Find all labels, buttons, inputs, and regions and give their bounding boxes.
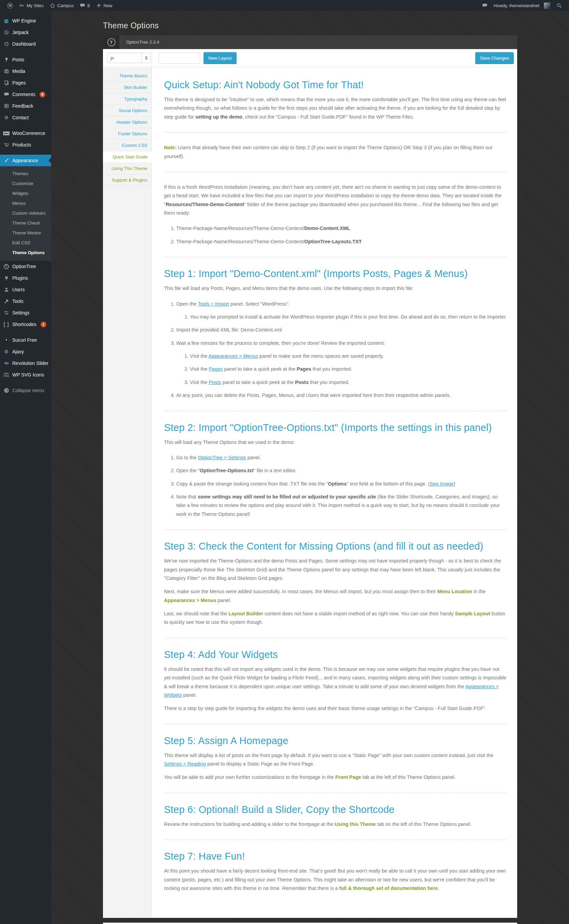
new-layout-button[interactable]: New Layout bbox=[204, 52, 237, 64]
sidebar-item-label: WooCommerce bbox=[12, 130, 45, 136]
tab-footer-options[interactable]: Footer Options bbox=[103, 128, 151, 140]
menu-separator bbox=[0, 330, 51, 334]
tab-quick-start-guide[interactable]: Quick Start Guide bbox=[103, 151, 152, 163]
sidebar-sub-theme-mentor[interactable]: Theme Mentor bbox=[0, 228, 51, 238]
text-segment: full & thorough set of documentation her… bbox=[339, 886, 438, 891]
inline-link[interactable]: Appearances > Menus bbox=[208, 353, 259, 359]
tab-support-plugins[interactable]: Support & Plugins bbox=[103, 174, 151, 186]
inline-link[interactable]: Settings > Reading bbox=[164, 761, 206, 766]
text-segment: panel. bbox=[246, 455, 261, 460]
adminbar-comments[interactable]: 8 bbox=[77, 0, 93, 11]
text-segment: panel. bbox=[216, 598, 231, 603]
wordpress-logo-icon: W bbox=[7, 3, 13, 9]
comments-count-badge: 8 bbox=[40, 92, 45, 97]
sidebar-item-label: OptionTree bbox=[12, 264, 36, 269]
sidebar-sub-theme-check[interactable]: Theme Check bbox=[0, 218, 51, 228]
panel-bottom-bar: Reset Options Save Changes bbox=[103, 922, 517, 924]
comment-bubble-icon bbox=[482, 3, 487, 8]
tab-using-this-theme[interactable]: Using This Theme bbox=[103, 163, 151, 174]
adminbar-new[interactable]: New bbox=[93, 0, 116, 11]
text-segment: in the bbox=[472, 589, 486, 594]
text-segment: panel to take a quick peek at the bbox=[221, 379, 295, 385]
adminbar-wordpress-menu[interactable]: W bbox=[4, 0, 16, 11]
sidebar-item-contact[interactable]: ⚙ Contact bbox=[0, 112, 51, 123]
sidebar-sub-widgets[interactable]: Widgets bbox=[0, 188, 51, 198]
text-segment: panel to take a quick peek at the bbox=[223, 366, 297, 372]
note-paragraph: Note: Users that already have their own … bbox=[164, 143, 507, 161]
step2-paragraph: This will load any Theme Options that we… bbox=[164, 438, 507, 447]
sidebar-item-wp-svg-icons[interactable]: SVGFREE WP SVG Icons bbox=[0, 369, 51, 381]
sidebar-item-dashboard[interactable]: Dashboard bbox=[0, 38, 51, 50]
sidebar-item-tools[interactable]: Tools bbox=[0, 295, 51, 307]
inline-link[interactable]: Tools > Import bbox=[198, 301, 229, 306]
site-name-label: Campus bbox=[57, 3, 74, 8]
tab-skin-builder[interactable]: Skin Builder bbox=[103, 82, 151, 93]
optiontree-logo-icon: T bbox=[107, 38, 116, 46]
sidebar-item-woocommerce[interactable]: Woo WooCommerce bbox=[0, 127, 51, 139]
admin-sidebar: ▦ WP Engine Jetpack Dashboard Posts Medi… bbox=[0, 11, 51, 924]
tab-typography[interactable]: Typography bbox=[103, 93, 151, 105]
sidebar-item-media[interactable]: Media bbox=[0, 65, 51, 77]
list-item: Open the "OptionTree-Options.txt" file i… bbox=[176, 466, 507, 475]
text-segment: You may be prompted to install & activat… bbox=[190, 314, 507, 320]
step6-paragraph: Review the instructions for building and… bbox=[164, 820, 507, 828]
list-item: Copy & paste the strange looking content… bbox=[176, 480, 507, 488]
inline-link[interactable]: See Image bbox=[429, 481, 453, 487]
adminbar-site-name[interactable]: Campus bbox=[47, 0, 77, 11]
text-segment: Users that already have their own conten… bbox=[164, 145, 492, 159]
section-heading-step3: Step 3: Check the Content for Missing Op… bbox=[164, 541, 507, 552]
sidebar-item-posts[interactable]: Posts bbox=[0, 54, 51, 65]
adminbar-account[interactable]: Howdy, themeislandnet bbox=[491, 0, 553, 11]
sidebar-item-optiontree[interactable]: T OptionTree bbox=[0, 261, 51, 272]
layout-select[interactable]: jn bbox=[107, 53, 151, 63]
sidebar-item-sucuri[interactable]: S Sucuri Free bbox=[0, 334, 51, 346]
collapse-menu-label: Collapse menu bbox=[12, 388, 44, 393]
inline-link[interactable]: Posts bbox=[208, 379, 221, 385]
sidebar-item-products[interactable]: Products bbox=[0, 139, 51, 150]
inline-link[interactable]: Pages bbox=[208, 366, 223, 372]
sidebar-item-label: Media bbox=[12, 68, 25, 74]
new-layout-input[interactable] bbox=[158, 53, 200, 64]
sidebar-item-revolution-slider[interactable]: Revolution Slider bbox=[0, 357, 51, 369]
list-item: Open the Tools > Import panel. Select "W… bbox=[176, 300, 507, 322]
main-area: Theme Options T OptionTree 2.3.4 jn New … bbox=[51, 11, 569, 924]
sidebar-item-plugins[interactable]: Plugins bbox=[0, 272, 51, 284]
adminbar-search[interactable] bbox=[553, 0, 565, 11]
section-divider bbox=[164, 638, 507, 638]
sidebar-item-appearance[interactable]: Appearance bbox=[0, 155, 51, 166]
sidebar-item-comments[interactable]: Comments 8 bbox=[0, 89, 51, 100]
text-segment: tab at the left of this Theme Options pa… bbox=[361, 774, 455, 780]
inline-link[interactable]: OptionTree > Settings bbox=[198, 455, 246, 460]
wp-engine-icon: ▦ bbox=[3, 18, 9, 24]
sidebar-sub-themes[interactable]: Themes bbox=[0, 168, 51, 179]
text-segment: that you imported. bbox=[309, 379, 350, 385]
form-icon bbox=[3, 103, 9, 109]
sidebar-item-wp-engine[interactable]: ▦ WP Engine bbox=[0, 15, 51, 27]
sidebar-sub-customize[interactable]: Customize bbox=[0, 179, 51, 188]
collapse-menu-button[interactable]: Collapse menu bbox=[0, 385, 51, 396]
sidebar-item-shortcodes[interactable]: [ ] Shortcodes 1 bbox=[0, 319, 51, 330]
tab-social-options[interactable]: Social Options bbox=[103, 105, 151, 117]
save-changes-button-top[interactable]: Save Changes bbox=[475, 52, 514, 64]
sidebar-item-settings[interactable]: Settings bbox=[0, 307, 51, 319]
brush-icon bbox=[3, 158, 9, 164]
sidebar-sub-theme-options[interactable]: Theme Options bbox=[0, 248, 51, 258]
sidebar-sub-edit-css[interactable]: Edit CSS bbox=[0, 238, 51, 248]
sidebar-item-feedback[interactable]: Feedback bbox=[0, 100, 51, 112]
text-segment: . bbox=[438, 886, 439, 891]
sidebar-item-users[interactable]: Users bbox=[0, 284, 51, 295]
sidebar-item-jetpack[interactable]: Jetpack bbox=[0, 27, 51, 38]
tab-header-options[interactable]: Header Options bbox=[103, 117, 151, 128]
sidebar-sub-custom-sidebars[interactable]: Custom sidebars bbox=[0, 208, 51, 218]
step1-paragraph: This file will load any Posts, Pages, an… bbox=[164, 284, 507, 293]
tab-custom-css[interactable]: Custom CSS bbox=[103, 140, 151, 151]
sidebar-item-pages[interactable]: Pages bbox=[0, 77, 51, 89]
text-segment: Options bbox=[328, 481, 347, 487]
adminbar-my-sites[interactable]: My Sites bbox=[16, 0, 47, 11]
text-segment: There is a step by step guide for import… bbox=[164, 706, 487, 711]
text-segment: that you imported. bbox=[311, 366, 352, 372]
adminbar-notification[interactable] bbox=[479, 0, 491, 11]
tab-theme-basics[interactable]: Theme Basics bbox=[103, 70, 151, 82]
sidebar-sub-menus[interactable]: Menus bbox=[0, 198, 51, 208]
sidebar-item-ajaxy[interactable]: ⚙ Ajaxy bbox=[0, 346, 51, 357]
